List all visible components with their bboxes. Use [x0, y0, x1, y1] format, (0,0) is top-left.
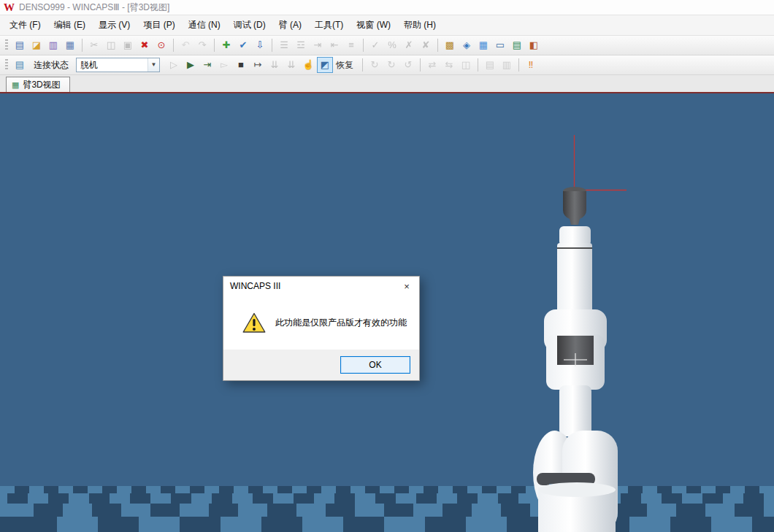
- debug-toolbar-pre-icons: ▤: [12, 57, 28, 73]
- menu-project[interactable]: 项目 (P): [137, 15, 181, 35]
- connection-state-value: 脱机: [77, 59, 147, 72]
- receive-data-icon[interactable]: ⇆: [441, 57, 457, 73]
- toolbar-separator: [272, 39, 272, 52]
- verify-check-icon[interactable]: ✔: [235, 37, 251, 53]
- toolbar-separator: [363, 39, 364, 52]
- indent-increase-icon[interactable]: ⇥: [310, 37, 326, 53]
- debug-toolbar-run-icons: ▷▶⇥▻■↦⇊⇊☝◩: [166, 57, 333, 73]
- send-data-icon[interactable]: ⇄: [424, 57, 440, 73]
- menu-communication[interactable]: 通信 (N): [182, 15, 227, 35]
- menu-help[interactable]: 帮助 (H): [397, 15, 442, 35]
- cycle-step-icon[interactable]: ↻: [383, 57, 399, 73]
- toolbar-grip[interactable]: [5, 39, 8, 51]
- undo-icon[interactable]: ↶: [177, 37, 194, 53]
- cycle-stop-icon[interactable]: ↺: [400, 57, 416, 73]
- stop-icon[interactable]: ■: [233, 57, 249, 73]
- dialog-title: WINCAPS III: [230, 281, 394, 291]
- restore-cursor-icon[interactable]: ◩: [317, 57, 333, 73]
- open-run-icon[interactable]: ▷: [166, 57, 182, 73]
- combo-dropdown-icon[interactable]: ▼: [147, 58, 159, 72]
- cut-icon[interactable]: ✂: [86, 37, 102, 53]
- menu-window[interactable]: 视窗 (W): [350, 15, 397, 35]
- wincaps-window: { "titlebar": { "logo": "W", "title": "D…: [0, 0, 774, 532]
- robot-upper-arm: [557, 226, 592, 313]
- toolbar-grip[interactable]: [5, 59, 8, 71]
- toolbar-separator: [478, 58, 478, 72]
- copy-icon[interactable]: ◫: [103, 37, 119, 53]
- toolbar-separator: [82, 39, 83, 52]
- toolbar-separator: [420, 58, 421, 72]
- restore-label: 恢复: [336, 59, 353, 72]
- titlebar: W DENSO999 - WINCAPSⅢ - [臂3D视图]: [0, 0, 774, 15]
- window-title: DENSO999 - WINCAPSⅢ - [臂3D视图]: [19, 1, 169, 14]
- set-breakpoint-icon[interactable]: ⇊: [267, 57, 283, 73]
- monitor-window-icon[interactable]: ▭: [492, 37, 508, 53]
- step-over-icon[interactable]: ↦: [250, 57, 266, 73]
- play-icon[interactable]: ▶: [183, 57, 199, 73]
- menu-arm[interactable]: 臂 (A): [272, 15, 308, 35]
- open-project-icon[interactable]: ◪: [28, 37, 45, 53]
- menubar: 文件 (F)编辑 (E)显示 (V)项目 (P)通信 (N)调试 (D)臂 (A…: [0, 15, 774, 36]
- robot-wrist-joint: [544, 309, 607, 436]
- watch-window-icon[interactable]: ◈: [459, 37, 475, 53]
- log-window-icon[interactable]: ▤: [509, 37, 525, 53]
- tcp-crosshair-icon: [574, 135, 627, 190]
- debug-toolbar: ▤ 连接状态 脱机 ▼ ▷▶⇥▻■↦⇊⇊☝◩ 恢复 ↻↻↺⇄⇆◫▤▥‼: [0, 55, 774, 75]
- dialog-close-icon[interactable]: ×: [394, 277, 419, 296]
- insert-line-icon[interactable]: ☰: [276, 37, 292, 53]
- debug-toolbar-transfer-icons: ↻↻↺⇄⇆◫▤▥‼: [359, 57, 539, 73]
- main-toolbar: ▤◪▥▦✂◫▣✖⊙↶↷✚✔⇩☰☲⇥⇤≡✓%✗✘▩◈▦▭▤◧: [0, 36, 774, 55]
- compare-data-icon[interactable]: ◫: [458, 57, 474, 73]
- redo-icon[interactable]: ↷: [194, 37, 210, 53]
- app-logo-icon: W: [4, 2, 15, 13]
- menu-debug[interactable]: 调试 (D): [227, 15, 272, 35]
- clear-breakpoint-icon[interactable]: ⇊: [283, 57, 299, 73]
- menu-tools[interactable]: 工具(T): [308, 15, 350, 35]
- options-icon[interactable]: ◧: [526, 37, 542, 53]
- wincaps-dialog: WINCAPS III × 此功能是仅限产品版才有效的功能 OK: [223, 276, 420, 381]
- menu-view[interactable]: 显示 (V): [92, 15, 137, 35]
- menu-edit[interactable]: 编辑 (E): [47, 15, 92, 35]
- monitor-b-icon[interactable]: ▥: [499, 57, 515, 73]
- error-list-icon[interactable]: ‼: [523, 57, 539, 73]
- save-icon[interactable]: ▦: [62, 37, 78, 53]
- main-toolbar-icons: ▤◪▥▦✂◫▣✖⊙↶↷✚✔⇩☰☲⇥⇤≡✓%✗✘▩◈▦▭▤◧: [12, 37, 542, 53]
- toolbar-separator: [362, 58, 363, 72]
- error-check-icon[interactable]: ✘: [418, 37, 434, 53]
- uncomment-icon[interactable]: ✗: [401, 37, 417, 53]
- robot-end-effector: [563, 187, 586, 225]
- run-to-cursor-icon[interactable]: ▻: [216, 57, 232, 73]
- menu-file[interactable]: 文件 (F): [3, 15, 47, 35]
- connection-state-label: 连接状态: [34, 59, 69, 72]
- tab-arm-3d-view[interactable]: ▦ 臂3D视图: [6, 77, 70, 92]
- document-tabbar: ▦ 臂3D视图: [0, 75, 774, 92]
- syntax-check-icon[interactable]: ✓: [367, 37, 383, 53]
- warning-icon: [242, 312, 266, 334]
- calculator-icon[interactable]: ▦: [475, 37, 491, 53]
- pan-hand-icon[interactable]: ☝: [300, 57, 316, 73]
- export-data-icon[interactable]: ⇩: [252, 37, 268, 53]
- window-list-icon[interactable]: ▩: [442, 37, 458, 53]
- 3d-view-icon: ▦: [12, 80, 19, 90]
- indent-decrease-icon[interactable]: ⇤: [326, 37, 342, 53]
- connection-state-combo[interactable]: 脱机 ▼: [76, 58, 160, 72]
- tab-label: 臂3D视图: [23, 79, 60, 91]
- step-run-icon[interactable]: ⇥: [199, 57, 215, 73]
- new-project-icon[interactable]: ▤: [12, 37, 28, 53]
- dialog-body: 此功能是仅限产品版才有效的功能: [223, 296, 419, 350]
- delete-line-icon[interactable]: ☲: [293, 37, 309, 53]
- toolbar-separator: [518, 58, 519, 72]
- monitor-a-icon[interactable]: ▤: [482, 57, 498, 73]
- delete-icon[interactable]: ✖: [137, 37, 153, 53]
- comment-icon[interactable]: %: [384, 37, 400, 53]
- cycle-run-icon[interactable]: ↻: [367, 57, 383, 73]
- format-align-icon[interactable]: ≡: [343, 37, 359, 53]
- dialog-footer: OK: [223, 350, 419, 380]
- dialog-titlebar[interactable]: WINCAPS III ×: [223, 277, 419, 296]
- add-check-icon[interactable]: ✚: [218, 37, 234, 53]
- source-program-icon[interactable]: ▤: [12, 57, 28, 73]
- save-all-icon[interactable]: ▥: [45, 37, 61, 53]
- search-icon[interactable]: ⊙: [153, 37, 169, 53]
- paste-icon[interactable]: ▣: [120, 37, 136, 53]
- ok-button[interactable]: OK: [340, 356, 410, 374]
